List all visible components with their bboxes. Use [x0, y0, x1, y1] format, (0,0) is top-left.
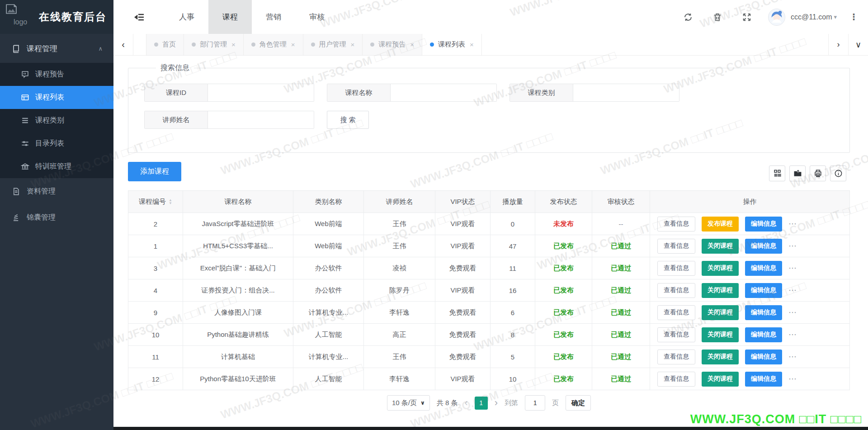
current-page-button[interactable]: 1 [475, 397, 488, 410]
info-icon[interactable] [830, 165, 846, 181]
sidebar-item-training-class[interactable]: 特训班管理 [0, 155, 113, 178]
page: logo 在线教育后台 课程管理 ∧ 课程预告 课程列表 课 [0, 0, 868, 430]
sidebar-item-course-category[interactable]: 课程类别 [0, 109, 113, 132]
close-icon[interactable]: × [470, 41, 474, 48]
more-actions-icon[interactable]: ⋯ [788, 307, 797, 317]
add-course-button[interactable]: 添加课程 [128, 162, 181, 181]
more-actions-icon[interactable]: ⋯ [788, 241, 797, 251]
tab-course-preview[interactable]: 课程预告 × [363, 34, 422, 55]
view-info-button[interactable]: 查看信息 [657, 350, 695, 364]
user-email[interactable]: ccc@11.com [791, 13, 832, 21]
user-avatar[interactable] [768, 9, 785, 26]
more-actions-icon[interactable]: ⋯ [788, 263, 797, 273]
goto-confirm-button[interactable]: 确定 [566, 395, 591, 411]
view-info-button[interactable]: 查看信息 [657, 305, 695, 320]
tab-user[interactable]: 用户管理 × [303, 34, 363, 55]
sort-icon[interactable]: ▲▼ [169, 198, 172, 205]
more-actions-icon[interactable]: ⋯ [788, 330, 797, 340]
table-body: 2 JavaScript零基础进阶班 Web前端 王伟 VIP观看 0 未发布 … [128, 213, 849, 390]
edit-info-button[interactable]: 编辑信息 [745, 239, 782, 254]
refresh-icon[interactable] [683, 12, 693, 22]
sidebar-group-course-management[interactable]: 课程管理 ∧ [0, 34, 113, 63]
sidebar-item-course-list[interactable]: 课程列表 [0, 86, 113, 109]
export-icon[interactable] [789, 165, 806, 181]
tab-home[interactable]: 首页 [146, 34, 184, 55]
tab-course-list[interactable]: 课程列表 × [422, 34, 482, 55]
close-icon[interactable]: × [231, 41, 236, 48]
sidebar-collapse-icon[interactable] [134, 12, 145, 23]
nav-item-audit[interactable]: 审核 [295, 0, 339, 34]
tab-dot [370, 43, 374, 47]
edit-info-button[interactable]: 编辑信息 [745, 327, 782, 342]
close-icon[interactable]: × [351, 41, 355, 48]
sidebar-item-catalog-list[interactable]: 目录列表 [0, 132, 113, 155]
trash-icon[interactable] [712, 12, 722, 22]
tabs-scroll-left-icon[interactable]: ‹ [113, 34, 133, 55]
header-actions: 操作 [650, 191, 849, 213]
tabs-dropdown-icon[interactable]: ∨ [848, 34, 868, 55]
kebab-menu-icon[interactable]: ⋮ [849, 12, 858, 22]
toggle-columns-icon[interactable] [769, 165, 785, 181]
edit-info-button[interactable]: 编辑信息 [745, 350, 782, 364]
view-info-button[interactable]: 查看信息 [657, 217, 695, 232]
more-actions-icon[interactable]: ⋯ [788, 285, 797, 295]
sidebar-item-label: 特训班管理 [35, 162, 71, 171]
publish-toggle-button[interactable]: 关闭课程 [702, 350, 739, 364]
course-name-input[interactable] [391, 84, 496, 101]
view-info-button[interactable]: 查看信息 [657, 372, 695, 387]
cell-course-id: 10 [128, 324, 183, 345]
view-info-button[interactable]: 查看信息 [657, 261, 695, 276]
edit-info-button[interactable]: 编辑信息 [745, 261, 782, 276]
edit-info-button[interactable]: 编辑信息 [745, 305, 782, 320]
nav-item-course[interactable]: 课程 [208, 0, 252, 34]
publish-toggle-button[interactable]: 关闭课程 [702, 239, 739, 254]
more-actions-icon[interactable]: ⋯ [788, 352, 797, 362]
edit-info-button[interactable]: 编辑信息 [745, 283, 782, 298]
caret-down-icon[interactable]: ▾ [834, 14, 837, 20]
print-icon[interactable] [810, 165, 826, 181]
prev-page-icon[interactable]: ‹ [464, 397, 467, 409]
close-icon[interactable]: × [410, 41, 414, 48]
header-course-id[interactable]: 课程编号 ▲▼ [128, 191, 183, 213]
publish-toggle-button[interactable]: 关闭课程 [702, 305, 739, 320]
edit-info-button[interactable]: 编辑信息 [745, 372, 782, 387]
fullscreen-icon[interactable] [742, 12, 752, 22]
publish-toggle-button[interactable]: 关闭课程 [702, 372, 739, 387]
teacher-name-input[interactable] [208, 111, 314, 128]
next-page-icon[interactable]: › [495, 397, 498, 409]
sidebar-group-material-management[interactable]: 资料管理 [0, 178, 113, 204]
tab-role[interactable]: 角色管理 × [244, 34, 303, 55]
cell-teacher: 凌祯 [364, 257, 435, 279]
sidebar-item-course-preview[interactable]: 课程预告 [0, 63, 113, 86]
cell-actions: 查看信息 关闭课程 编辑信息 ⋯ [650, 346, 849, 368]
cell-audit-status: 已通过 [592, 279, 650, 301]
publish-toggle-button[interactable]: 关闭课程 [702, 283, 739, 298]
tab-department[interactable]: 部门管理 × [184, 34, 244, 55]
nav-item-marketing[interactable]: 营销 [252, 0, 295, 34]
publish-toggle-button[interactable]: 发布课程 [702, 217, 739, 232]
audit-status-text: 已通过 [611, 264, 631, 273]
close-icon[interactable]: × [291, 41, 295, 48]
course-category-input[interactable] [573, 84, 679, 101]
horizontal-scrollbar[interactable] [113, 427, 868, 430]
goto-page-input[interactable] [525, 395, 545, 411]
view-info-button[interactable]: 查看信息 [657, 327, 695, 342]
edit-info-button[interactable]: 编辑信息 [745, 217, 782, 232]
more-actions-icon[interactable]: ⋯ [788, 219, 797, 229]
cell-teacher: 李轩逸 [364, 368, 435, 390]
chevron-up-icon[interactable]: ∧ [98, 45, 103, 52]
cell-teacher: 王伟 [364, 235, 435, 257]
nav-item-hr[interactable]: 人事 [165, 0, 208, 34]
publish-toggle-button[interactable]: 关闭课程 [702, 261, 739, 276]
course-id-input[interactable] [208, 84, 314, 101]
sidebar-group-tips-management[interactable]: 锦囊管理 [0, 204, 113, 231]
page-size-select[interactable]: 10 条/页 ∨ [387, 395, 430, 411]
cell-audit-status: 已通过 [592, 257, 650, 279]
more-actions-icon[interactable]: ⋯ [788, 374, 797, 384]
cell-actions: 查看信息 关闭课程 编辑信息 ⋯ [650, 324, 849, 345]
search-button[interactable]: 搜 索 [327, 111, 369, 129]
view-info-button[interactable]: 查看信息 [657, 239, 695, 254]
view-info-button[interactable]: 查看信息 [657, 283, 695, 298]
publish-toggle-button[interactable]: 关闭课程 [702, 327, 739, 342]
tabs-scroll-right-icon[interactable]: › [828, 34, 848, 55]
